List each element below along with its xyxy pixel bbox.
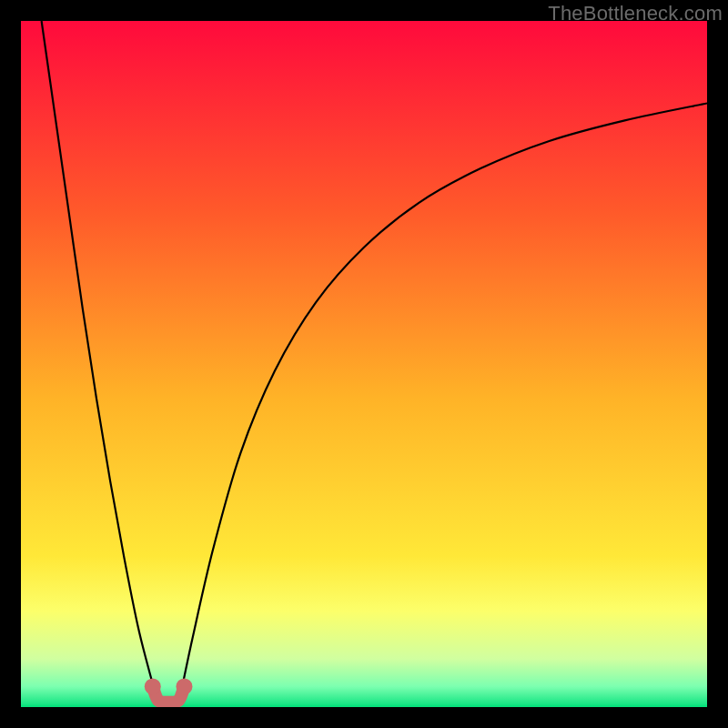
chart-frame (21, 21, 707, 707)
floor-band (21, 705, 707, 707)
marker-dot (145, 678, 161, 694)
marker-dot (176, 678, 192, 694)
watermark-text: TheBottleneck.com (548, 2, 723, 25)
gradient-background (21, 21, 707, 707)
bottleneck-chart (21, 21, 707, 707)
